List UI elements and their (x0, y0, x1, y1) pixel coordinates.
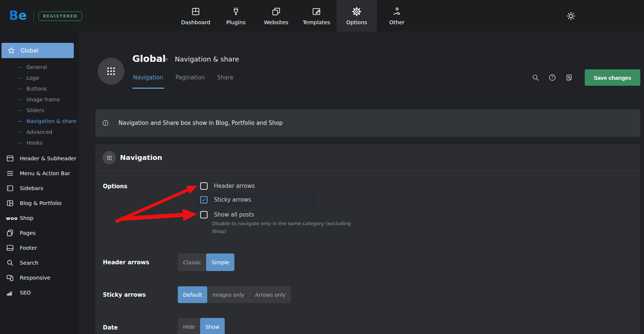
sidebar-subitem-hooks[interactable]: Hooks (0, 137, 79, 148)
search-icon (6, 259, 14, 267)
sidebar-subitem-logo[interactable]: Logo (0, 72, 79, 83)
sun-icon (565, 10, 577, 22)
panel-title: Navigation (120, 154, 162, 161)
responsive-icon (6, 274, 14, 282)
divider (34, 9, 34, 23)
sidebar-item-sidebars[interactable]: Sidebars (0, 181, 79, 196)
sidebar-subitem-navigation-share[interactable]: Navigation & share (0, 116, 79, 126)
info-notice: Navigation and Share box show in Blog, P… (95, 109, 640, 137)
tab-navigation[interactable]: Navigation (133, 74, 163, 81)
header-subheader-icon (6, 154, 14, 163)
sidebar-subitem-advanced[interactable]: Advanced (0, 126, 79, 137)
sidebar-subitem-sliders[interactable]: Sliders (0, 105, 79, 116)
top-nav-templates[interactable]: Templates (296, 0, 337, 32)
sidebar: Global General Logo Buttons Image frame … (0, 32, 79, 334)
tab-pagination[interactable]: Pagination (176, 74, 205, 81)
date-button-group: Hide Show (178, 318, 225, 334)
header-arrows-button-group: Classic Simple (178, 253, 234, 271)
star-icon (7, 47, 15, 54)
sidebar-item-footer[interactable]: Footer (0, 240, 79, 255)
sidebars-icon (6, 184, 14, 192)
sidebar-item-seo[interactable]: SEO (0, 285, 79, 300)
notice-text: Navigation and Share box show in Blog, P… (119, 120, 282, 126)
changelog-button[interactable] (565, 73, 573, 82)
options-row-label: Options (103, 183, 127, 190)
classic-button[interactable]: Classic (178, 253, 206, 271)
top-nav-websites[interactable]: Websites (256, 0, 296, 32)
pages-icon (6, 229, 14, 237)
hide-button[interactable]: Hide (178, 318, 200, 334)
active-tab-underline (132, 88, 164, 89)
checkbox-row-sticky-arrows[interactable]: Sticky arrows (195, 193, 316, 207)
panel-header (95, 144, 640, 171)
template-edit-icon (312, 7, 321, 16)
grid-dots-icon (105, 65, 117, 77)
checkbox-row-show-all-posts[interactable]: Show all posts (195, 208, 316, 221)
sticky-arrows-checkbox[interactable] (200, 196, 208, 204)
save-changes-button[interactable]: Save changes (585, 69, 640, 86)
registered-badge: REGISTERED (38, 12, 82, 21)
sidebar-item-blog-portfolio[interactable]: Blog & Portfolio (0, 196, 79, 211)
betheme-logo[interactable]: Be (9, 8, 27, 23)
question-circle-icon: ? (548, 73, 556, 82)
arrows-only-button[interactable]: Arrows only (249, 286, 291, 303)
woocommerce-icon: woo (6, 215, 14, 221)
footer-icon (6, 244, 14, 252)
sidebar-item-responsive[interactable]: Responsive (0, 270, 79, 285)
theme-toggle-button[interactable] (565, 10, 577, 22)
sidebar-item-search[interactable]: Search (0, 255, 79, 270)
show-button[interactable]: Show (200, 318, 225, 334)
top-nav-label: Templates (303, 19, 330, 25)
info-icon (102, 119, 109, 127)
sidebar-subitem-buttons[interactable]: Buttons (0, 83, 79, 94)
top-nav-plugins[interactable]: Plugins (216, 0, 256, 32)
top-nav-other[interactable]: Other (377, 0, 417, 32)
help-button[interactable]: ? (548, 73, 556, 82)
sidebar-item-header-subheader[interactable]: Header & Subheader (0, 151, 79, 166)
sidebar-subitem-image-frame[interactable]: Image frame (0, 94, 79, 105)
header-arrows-checkbox[interactable] (200, 182, 208, 190)
checkmark-icon (201, 197, 206, 202)
breadcrumb-current: Navigation & share (175, 55, 239, 63)
date-row-label: Date (103, 324, 118, 331)
sidebar-subitem-general[interactable]: General (0, 62, 79, 72)
panel-avatar (102, 151, 116, 164)
main-content: Global » Navigation & share Navigation P… (79, 32, 644, 334)
svg-text:?: ? (551, 75, 553, 79)
checkbox-row-header-arrows[interactable]: Header arrows (195, 179, 316, 193)
top-nav-label: Plugins (226, 19, 246, 25)
simple-button[interactable]: Simple (206, 253, 234, 271)
breadcrumb-parent: Global (132, 53, 166, 64)
top-nav-dashboard[interactable]: Dashboard (176, 0, 216, 32)
sidebar-item-pages[interactable]: Pages (0, 226, 79, 240)
show-all-posts-description: Disable to navigate only in the same cat… (212, 220, 361, 236)
images-only-button[interactable]: Images only (207, 286, 249, 303)
blog-portfolio-icon (6, 199, 14, 207)
grid-dots-icon (107, 155, 112, 161)
tab-share[interactable]: Share (217, 74, 233, 81)
top-nav-options[interactable]: Options (337, 0, 377, 32)
websites-icon (271, 7, 281, 16)
sidebar-item-global[interactable]: Global (1, 43, 74, 58)
top-nav-label: Dashboard (181, 19, 211, 25)
sidebar-item-menu-action-bar[interactable]: Menu & Action Bar (0, 166, 79, 181)
sidebar-item-shop[interactable]: woo Shop (0, 211, 79, 226)
default-button[interactable]: Default (178, 286, 207, 303)
section-avatar (98, 58, 124, 85)
navigation-panel: Navigation Options Header arrows Sticky … (95, 144, 640, 334)
header-search-button[interactable] (531, 73, 540, 82)
sidebar-menu: Header & Subheader Menu & Action Bar Sid… (0, 151, 79, 300)
seo-chart-icon (6, 289, 14, 297)
show-all-posts-checkbox[interactable] (200, 211, 208, 218)
hamburger-icon (6, 169, 14, 177)
dashboard-icon (191, 7, 201, 16)
search-icon (531, 73, 540, 82)
top-navigation: Dashboard Plugins Websites Templates (176, 0, 417, 32)
top-nav-label: Other (389, 19, 404, 25)
topbar: Be REGISTERED Dashboard Plugins Websites (0, 0, 644, 32)
sidebar-item-label: Global (20, 47, 38, 54)
content-tabs: Navigation Pagination Share (133, 74, 233, 81)
sidebar-global-submenu: General Logo Buttons Image frame Sliders… (0, 62, 79, 148)
hand-person-icon (392, 7, 402, 16)
top-nav-label: Websites (264, 19, 288, 25)
